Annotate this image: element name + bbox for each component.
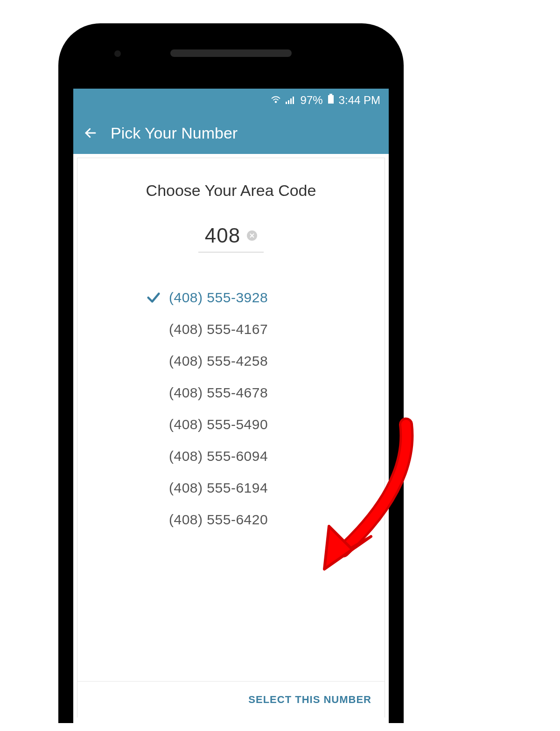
number-option[interactable]: (408) 555-6094 [138,448,385,464]
number-label: (408) 555-6420 [169,512,268,528]
choose-heading: Choose Your Area Code [77,181,385,200]
number-option[interactable]: (408) 555-4678 [138,385,385,401]
svg-rect-1 [286,102,287,104]
svg-rect-2 [288,100,289,104]
phone-speaker [170,49,292,57]
phone-camera-icon [114,50,121,57]
svg-rect-4 [293,97,294,104]
number-label: (408) 555-4678 [169,385,268,401]
status-bar: 97% 3:44 PM [73,89,389,112]
area-code-input[interactable]: 408 [198,222,264,252]
number-label: (408) 555-4258 [169,353,268,369]
number-list: (408) 555-3928(408) 555-4167(408) 555-42… [77,290,385,528]
content-card: Choose Your Area Code 408 (408) 555-3928… [77,158,385,717]
number-label: (408) 555-4167 [169,321,268,337]
number-option[interactable]: (408) 555-3928 [138,290,385,306]
battery-percent: 97% [301,94,323,107]
phone-frame: 97% 3:44 PM Pick Your Number Choose Your… [58,23,404,723]
number-option[interactable]: (408) 555-4258 [138,353,385,369]
clock-time: 3:44 PM [339,94,380,107]
check-icon [138,290,169,306]
number-option[interactable]: (408) 555-4167 [138,321,385,337]
battery-icon [328,94,334,107]
clear-input-icon[interactable] [247,230,257,241]
signal-icon [286,94,296,107]
svg-rect-5 [329,94,332,95]
number-label: (408) 555-6194 [169,480,268,496]
select-this-number-button[interactable]: SELECT THIS NUMBER [248,694,371,706]
area-code-row: 408 [77,222,385,252]
number-option[interactable]: (408) 555-6420 [138,512,385,528]
app-bar: Pick Your Number [73,112,389,154]
svg-point-0 [275,101,276,103]
footer-bar: SELECT THIS NUMBER [77,681,385,717]
number-option[interactable]: (408) 555-6194 [138,480,385,496]
svg-rect-3 [290,98,292,104]
number-label: (408) 555-6094 [169,448,268,464]
area-code-value: 408 [205,224,240,247]
phone-screen: 97% 3:44 PM Pick Your Number Choose Your… [73,89,389,723]
number-label: (408) 555-5490 [169,417,268,432]
back-arrow-icon[interactable] [84,126,98,140]
number-label: (408) 555-3928 [169,290,268,306]
svg-rect-6 [328,95,334,104]
number-option[interactable]: (408) 555-5490 [138,417,385,432]
wifi-icon [271,94,281,107]
page-title: Pick Your Number [111,124,238,142]
